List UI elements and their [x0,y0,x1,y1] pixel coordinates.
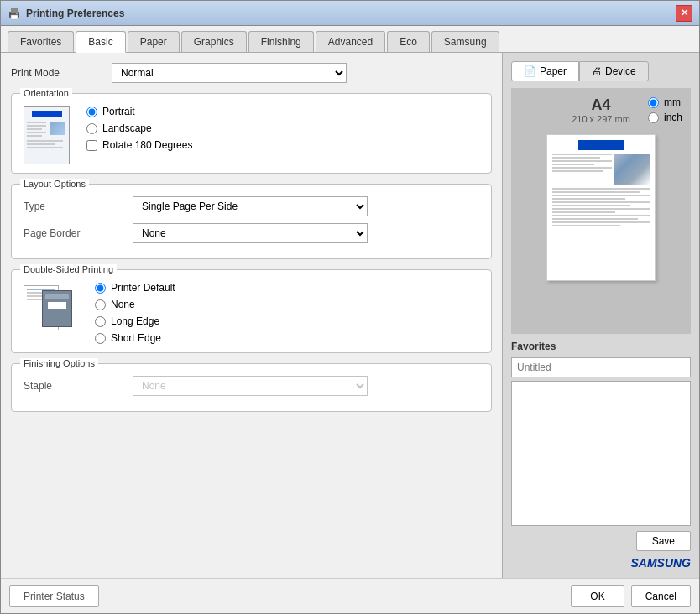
printing-preferences-window: Printing Preferences ✕ Favorites Basic P… [0,0,700,614]
tab-basic[interactable]: Basic [76,31,125,53]
left-panel: Print Mode Normal Best Draft Orientation [1,53,502,578]
unit-selector: mm inch [648,96,682,123]
favorites-input[interactable] [511,357,691,377]
staple-select[interactable]: None [133,376,368,396]
tab-eco[interactable]: Eco [387,31,430,52]
tab-paper[interactable]: Paper [128,31,180,52]
portrait-option[interactable]: Portrait [86,106,192,117]
favorites-section: Favorites Save SAMSUNG [511,341,691,570]
svg-rect-1 [11,8,18,13]
printer-icon [8,7,21,20]
paper-preview [546,134,656,281]
landscape-label: Landscape [102,122,152,134]
svg-rect-3 [16,13,18,14]
layout-section-label: Layout Options [20,179,89,189]
mm-label: mm [664,96,681,108]
paper-tab-label: Paper [540,65,567,77]
titlebar: Printing Preferences ✕ [1,1,699,26]
favorites-list [511,381,691,526]
preview-content [547,154,655,226]
footer: Printer Status OK Cancel [1,578,699,613]
ok-button[interactable]: OK [571,585,624,607]
inch-option[interactable]: inch [648,112,682,123]
type-label: Type [24,200,133,212]
none-label: None [111,299,135,310]
rotate-option[interactable]: Rotate 180 Degrees [86,139,192,151]
cancel-button[interactable]: Cancel [631,585,691,607]
short-edge-label: Short Edge [111,332,161,344]
device-icon: 🖨 [592,65,602,77]
finishing-section-label: Finishing Options [20,358,98,368]
orientation-preview [24,106,70,164]
preview-brand-bar [578,140,624,150]
landscape-option[interactable]: Landscape [86,122,192,134]
rotate-checkbox[interactable] [86,140,97,151]
inch-label: inch [664,112,682,123]
tab-bar: Favorites Basic Paper Graphics Finishing… [1,26,699,53]
preview-samsung-logo [32,111,62,117]
favorites-label: Favorites [511,341,691,352]
close-button[interactable]: ✕ [676,5,692,22]
footer-buttons: OK Cancel [571,585,691,607]
landscape-radio[interactable] [86,123,97,134]
layout-options-section: Layout Options Type Single Page Per Side… [11,184,492,259]
border-select[interactable]: None Single Line Double Line [133,223,368,243]
tab-graphics[interactable]: Graphics [181,31,247,52]
preview-text-col [552,154,612,185]
mm-radio[interactable] [648,97,659,108]
none-radio[interactable] [95,299,106,310]
long-edge-label: Long Edge [111,315,159,327]
printer-default-radio[interactable] [95,283,106,294]
portrait-label: Portrait [102,106,135,117]
orientation-inner: Portrait Landscape Rotate 180 Degrees [24,106,479,164]
printer-preview [42,290,72,327]
orientation-section: Orientation [11,93,492,174]
printer-status-button[interactable]: Printer Status [9,585,99,607]
paper-icon: 📄 [524,65,536,77]
device-tab[interactable]: 🖨 Device [579,61,649,81]
staple-row: Staple None [24,376,479,396]
double-sided-label: Double-Sided Printing [20,264,117,274]
paper-device-tabs: 📄 Paper 🖨 Device [511,61,691,81]
staple-label: Staple [24,380,133,392]
tab-samsung[interactable]: Samsung [431,31,499,52]
print-mode-row: Print Mode Normal Best Draft [11,63,492,83]
short-edge-radio[interactable] [95,333,106,344]
finishing-options-section: Finishing Options Staple None [11,363,492,412]
print-mode-label: Print Mode [11,67,112,79]
orientation-options: Portrait Landscape Rotate 180 Degrees [86,106,192,151]
portrait-radio[interactable] [86,107,97,117]
orientation-section-label: Orientation [20,88,72,98]
save-button[interactable]: Save [636,531,691,551]
samsung-logo: SAMSUNG [511,556,691,570]
short-edge-option[interactable]: Short Edge [95,332,175,344]
right-panel: 📄 Paper 🖨 Device A4 210 x 297 mm [502,53,699,578]
paper-size-header: A4 210 x 297 mm mm inch [520,96,682,131]
tab-favorites[interactable]: Favorites [8,31,74,52]
main-content: Print Mode Normal Best Draft Orientation [1,53,699,578]
mm-option[interactable]: mm [648,96,682,108]
paper-tab[interactable]: 📄 Paper [511,61,579,81]
tab-finishing[interactable]: Finishing [248,31,314,52]
printer-default-label: Printer Default [111,282,175,294]
border-label: Page Border [24,227,133,239]
rotate-label: Rotate 180 Degrees [102,139,192,151]
print-mode-select[interactable]: Normal Best Draft [112,63,347,83]
window-title: Printing Preferences [26,8,676,19]
paper-preview-area: A4 210 x 297 mm mm inch [511,88,691,334]
device-tab-label: Device [605,65,636,77]
preview-image-block [614,154,650,185]
double-sided-options: Printer Default None Long Edge Shor [95,282,175,344]
type-row: Type Single Page Per Side Multiple Pages… [24,196,479,216]
inch-radio[interactable] [648,112,659,123]
double-sided-section: Double-Sided Printing [11,269,492,353]
type-select[interactable]: Single Page Per Side Multiple Pages Per … [133,196,368,216]
border-row: Page Border None Single Line Double Line [24,223,479,243]
none-option[interactable]: None [95,299,175,310]
tab-advanced[interactable]: Advanced [316,31,385,52]
printer-default-option[interactable]: Printer Default [95,282,175,294]
long-edge-radio[interactable] [95,316,106,327]
preview-image [50,122,65,135]
long-edge-option[interactable]: Long Edge [95,315,175,327]
double-sided-preview [24,285,78,344]
